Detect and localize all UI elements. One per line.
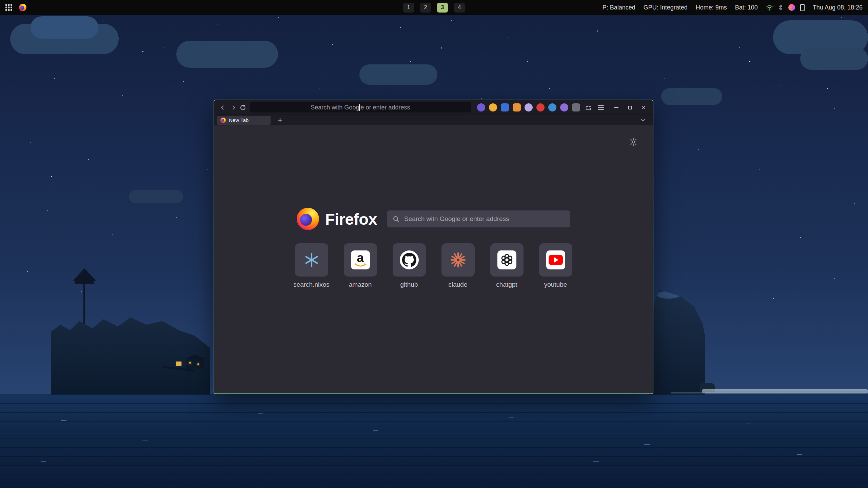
new-tab-button[interactable]: + [275,116,285,125]
extension-icon-7[interactable] [548,103,556,111]
amazon-icon: a [351,250,370,269]
desktop: 1 2 3 4 P: Balanced GPU: Integrated Home… [0,0,868,488]
minimize-icon [614,107,618,108]
clock: Thu Aug 08, 18:26 [813,4,863,11]
window-controls: × [611,103,649,112]
shortcut-tile[interactable] [295,243,328,277]
personalize-settings-button[interactable] [629,138,638,146]
bluetooth-icon[interactable] [778,4,783,11]
shortcut-label: claude [449,281,468,288]
extension-icons [477,103,580,111]
tab-overflow-button[interactable] [638,116,647,125]
extension-icon-9[interactable] [572,103,580,111]
shortcut-tile[interactable] [539,243,572,277]
search-icon [393,216,399,222]
phone-icon[interactable] [800,4,805,11]
back-button[interactable] [218,102,228,113]
wifi-icon[interactable] [766,5,773,11]
chatgpt-icon [497,250,516,269]
shortcut-tile[interactable] [441,243,475,277]
shortcut-youtube[interactable]: youtube [535,243,576,288]
amazon-letter: a [357,253,364,263]
cloud [31,16,98,39]
workspace-button-1[interactable]: 1 [403,3,414,13]
app-menu-button[interactable] [597,103,605,112]
newtab-search-bar[interactable] [387,210,570,227]
puzzle-icon [585,104,592,111]
extension-icon-5[interactable] [525,103,533,111]
island-land [51,305,210,394]
extension-icon-8[interactable] [560,103,568,111]
tab-title: New Tab [229,117,249,123]
shortcut-github[interactable]: github [389,243,430,288]
youtube-play-icon [549,255,563,265]
extension-icon-6[interactable] [536,103,545,111]
power-profile-status: P: Balanced [603,4,635,11]
cloud [800,47,868,70]
apps-grid-icon[interactable] [5,4,12,11]
system-tray [766,4,805,11]
tab-new-tab[interactable]: New Tab [217,116,271,125]
workspace-button-2[interactable]: 2 [420,3,431,13]
cloud [661,88,722,105]
extension-icon-1[interactable] [477,103,485,111]
battery-status: Bat: 100 [735,4,758,11]
reload-button[interactable] [238,102,248,113]
cliff-silhouette [649,290,705,395]
shortcut-tile[interactable] [393,243,426,277]
hamburger-icon [598,105,604,110]
forward-button[interactable] [228,102,238,113]
extension-icon-4[interactable] [513,103,521,111]
newtab-search-input[interactable] [403,215,565,223]
reload-icon [240,104,246,111]
text-caret [359,104,360,111]
extension-icon-2[interactable] [489,103,497,111]
urlbar[interactable] [250,102,471,113]
close-icon: × [642,104,646,111]
maximize-button[interactable] [625,103,635,112]
lit-sign [176,361,182,366]
firefox-wordmark: Firefox [325,210,377,228]
workspace-button-3[interactable]: 3 [437,3,448,13]
watchtower-roof [73,268,96,281]
cloud [359,64,437,85]
tab-strip: New Tab + [214,115,653,125]
amazon-smile [354,263,367,267]
extension-icon-3[interactable] [501,103,509,111]
workspace-button-4[interactable]: 4 [454,3,465,13]
minimize-button[interactable] [611,103,622,112]
network-latency-status: Home: 9ms [696,4,727,11]
forward-icon [231,105,235,110]
shortcut-tile[interactable]: a [344,243,377,277]
newtab-page: Firefox search.ni [214,125,653,393]
shortcut-label: github [400,281,418,288]
gear-icon [629,138,638,146]
distant-beach [702,389,868,393]
firefox-launcher-icon[interactable] [19,4,26,11]
github-octocat-icon [400,250,419,269]
shortcut-chatgpt[interactable]: chatgpt [487,243,527,288]
statusbar-left [0,4,26,11]
shortcut-claude[interactable]: claude [438,243,478,288]
back-icon [221,105,225,110]
shortcut-amazon[interactable]: a amazon [340,243,381,288]
close-button[interactable]: × [638,103,649,112]
firefox-logo [297,208,319,230]
urlbar-input[interactable] [250,104,471,111]
statusbar-right: P: Balanced GPU: Integrated Home: 9ms Ba… [603,4,868,11]
browser-toolbar: × [214,100,653,115]
hut-light [197,363,199,365]
chevron-down-icon [641,117,645,122]
nixos-snowflake-icon [304,252,319,268]
extensions-menu-button[interactable] [584,103,593,112]
shortcut-tile[interactable] [490,243,524,277]
youtube-icon [546,250,565,269]
shortcut-search-nixos[interactable]: search.nixos [291,243,332,288]
workspace-switcher: 1 2 3 4 [403,3,465,13]
shortcut-label: amazon [349,281,372,288]
claude-starburst-icon [450,252,466,268]
cliff-top [657,291,680,299]
shortcut-label: search.nixos [293,281,330,288]
ocean [0,394,868,488]
media-color-icon[interactable] [788,4,795,11]
